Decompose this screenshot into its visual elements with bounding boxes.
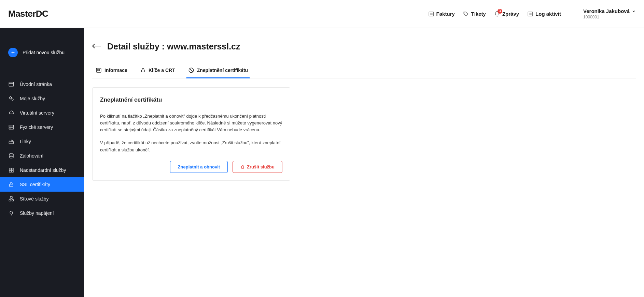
card-actions: Zneplatnit a obnovit Zrušit službu <box>100 161 282 173</box>
svg-point-11 <box>10 97 12 99</box>
card-paragraph: V případě, že certifikát už nechcete pou… <box>100 139 282 153</box>
svg-rect-24 <box>9 170 11 172</box>
svg-rect-36 <box>141 70 144 72</box>
main-content: Detail služby : www.masterssl.cz Informa… <box>84 28 644 297</box>
add-service-label: Přidat novou službu <box>23 50 65 55</box>
card-title: Zneplatnění certifikátu <box>100 96 282 103</box>
ban-icon <box>188 67 194 73</box>
user-name: Veronika Jakubová <box>583 8 630 14</box>
svg-rect-23 <box>12 168 13 170</box>
svg-rect-4 <box>528 12 533 16</box>
svg-rect-22 <box>9 168 11 170</box>
sidebar-item-label: Síťové služby <box>20 196 49 202</box>
database-icon <box>8 153 14 159</box>
svg-rect-9 <box>9 82 14 86</box>
sidebar-item-power-services[interactable]: Služby napájení <box>0 206 84 220</box>
nav: Úvodní stránka Moje služby Virtuální ser… <box>0 77 84 220</box>
tabs: Informace Klíče a CRT Zneplatnění certif… <box>92 64 636 78</box>
divider <box>572 6 572 22</box>
svg-rect-31 <box>96 68 101 72</box>
plug-icon <box>8 210 14 216</box>
svg-rect-17 <box>9 142 14 144</box>
revoke-certificate-card: Zneplatnění certifikátu Po kliknutí na t… <box>92 87 290 181</box>
window-icon <box>8 81 14 87</box>
server-icon <box>8 124 14 130</box>
sidebar-item-backup[interactable]: Zálohování <box>0 149 84 163</box>
arrow-left-icon <box>92 44 101 48</box>
list-icon <box>527 11 533 17</box>
sidebar-item-label: Linky <box>20 139 31 144</box>
sidebar-item-ssl-certificates[interactable]: SSL certifikáty <box>0 177 84 192</box>
sidebar-item-my-services[interactable]: Moje služby <box>0 91 84 106</box>
svg-rect-0 <box>429 12 434 16</box>
lock-icon <box>140 68 146 73</box>
tab-information[interactable]: Informace <box>95 64 128 78</box>
gears-icon <box>8 95 14 102</box>
sidebar-item-label: Zálohování <box>20 153 43 159</box>
sidebar-item-virtual-servers[interactable]: Virtuální servery <box>0 106 84 120</box>
sidebar-item-links[interactable]: Linky <box>0 134 84 149</box>
svg-point-15 <box>10 126 10 126</box>
header-links: Faktury Tikety 3 Zprávy Log aktivit Vero… <box>428 6 636 22</box>
header-link-label: Tikety <box>471 11 486 17</box>
cancel-service-label: Zrušit službu <box>247 164 275 169</box>
router-icon <box>8 138 14 145</box>
card-paragraph: Po kliknutí na tlačítko „Zneplatnit a ob… <box>100 113 282 133</box>
header-link-messages[interactable]: 3 Zprávy <box>494 11 519 17</box>
user-id: 1000001 <box>583 15 636 19</box>
svg-rect-26 <box>10 184 13 187</box>
svg-point-21 <box>9 153 13 155</box>
tag-icon <box>463 11 469 17</box>
sidebar-item-label: SSL certifikáty <box>20 182 50 187</box>
trash-icon <box>240 165 245 169</box>
info-list-icon <box>96 67 102 73</box>
header-link-label: Log aktivit <box>535 11 561 17</box>
tab-revoke-certificate[interactable]: Zneplatnění certifikátu <box>187 64 249 78</box>
header-link-label: Zprávy <box>502 11 519 17</box>
svg-point-3 <box>464 13 465 13</box>
header-link-label: Faktury <box>436 11 455 17</box>
svg-rect-25 <box>12 170 13 172</box>
svg-point-16 <box>10 128 10 129</box>
grid-icon <box>8 167 14 173</box>
sidebar-item-label: Fyzické servery <box>20 124 53 130</box>
user-menu[interactable]: Veronika Jakubová 1000001 <box>583 8 636 19</box>
sidebar: + Přidat novou službu Úvodní stránka Moj… <box>0 28 84 297</box>
tab-label: Zneplatnění certifikátu <box>197 68 248 73</box>
svg-rect-29 <box>12 199 14 201</box>
svg-rect-27 <box>10 196 12 198</box>
sidebar-item-label: Úvodní stránka <box>20 81 52 87</box>
sidebar-item-label: Služby napájení <box>20 210 54 216</box>
header-link-activity-log[interactable]: Log aktivit <box>527 11 561 17</box>
cloud-icon <box>8 110 14 116</box>
messages-badge: 3 <box>498 9 502 14</box>
sidebar-item-label: Moje služby <box>20 96 45 101</box>
sidebar-item-label: Nadstandardní služby <box>20 167 66 173</box>
tab-label: Klíče a CRT <box>149 68 175 73</box>
sidebar-item-network-services[interactable]: Síťové služby <box>0 192 84 206</box>
revoke-and-renew-button[interactable]: Zneplatnit a obnovit <box>170 161 228 173</box>
invoice-icon <box>428 11 434 17</box>
lock-icon <box>8 181 14 188</box>
header-link-tickets[interactable]: Tikety <box>463 11 486 17</box>
tab-label: Informace <box>104 68 127 73</box>
cancel-service-button[interactable]: Zrušit službu <box>233 161 282 173</box>
svg-point-12 <box>12 99 14 101</box>
chevron-down-icon <box>632 9 636 13</box>
svg-line-38 <box>190 69 193 72</box>
sidebar-item-physical-servers[interactable]: Fyzické servery <box>0 120 84 134</box>
network-icon <box>8 196 14 202</box>
sidebar-item-extra-services[interactable]: Nadstandardní služby <box>0 163 84 177</box>
tab-keys-crt[interactable]: Klíče a CRT <box>140 64 176 78</box>
page-title: Detail služby : www.masterssl.cz <box>107 42 240 51</box>
sidebar-item-home[interactable]: Úvodní stránka <box>0 77 84 91</box>
header: MasterDC Faktury Tikety 3 Zprávy Log akt… <box>0 0 644 28</box>
logo: MasterDC <box>8 9 48 19</box>
sidebar-item-label: Virtuální servery <box>20 110 54 116</box>
back-button[interactable] <box>92 44 101 50</box>
header-link-invoices[interactable]: Faktury <box>428 11 455 17</box>
plus-icon: + <box>8 48 18 57</box>
svg-rect-28 <box>9 199 11 201</box>
page-title-row: Detail služby : www.masterssl.cz <box>92 42 636 51</box>
add-service-button[interactable]: + Přidat novou službu <box>0 44 84 61</box>
